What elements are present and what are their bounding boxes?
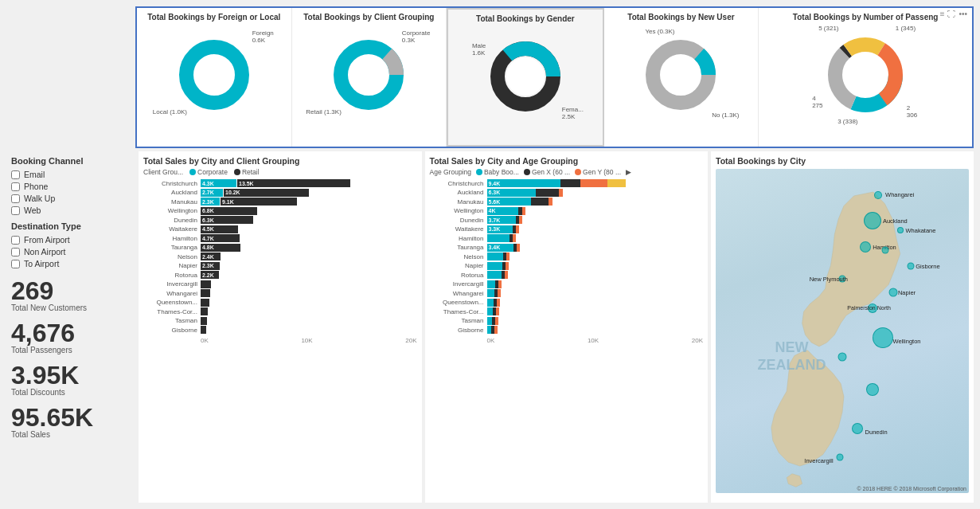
map-dot-napier: [888, 288, 897, 296]
legend-label-client: Client Grou...: [143, 168, 183, 176]
panel-more-icon[interactable]: •••: [959, 10, 967, 18]
label-foreign: Foreign0.6K: [252, 29, 274, 44]
table-row: Thames-Cor...: [143, 307, 417, 315]
label-3pax: 3 (338): [837, 118, 857, 125]
map-dot-dunedin: [852, 423, 863, 434]
email-label: Email: [24, 170, 45, 179]
stat-label-customers: Total New Customers: [11, 303, 131, 312]
stat-discounts: 3.95K Total Discounts: [11, 362, 131, 397]
web-checkbox[interactable]: [11, 206, 20, 215]
stat-new-customers: 269 Total New Customers: [11, 278, 131, 312]
to-airport-label: To Airport: [24, 259, 59, 268]
donut-title-3: Total Bookings by Gender: [476, 14, 575, 23]
booking-channel-title: Booking Channel: [11, 156, 131, 166]
map-bing-credit: © 2018 HERE © 2018 Microsoft Corporation: [857, 486, 966, 491]
city-client-chart-body: Christchurch4.3K13.5KAuckland2.7K10.2KMa…: [143, 179, 417, 335]
table-row: Wellington4K: [430, 207, 704, 215]
checkbox-phone[interactable]: Phone: [11, 182, 131, 191]
stat-passengers: 4,676 Total Passengers: [11, 320, 131, 354]
email-checkbox[interactable]: [11, 170, 20, 179]
legend-geny: Gen Y (80 ...: [575, 168, 621, 176]
destination-type-title: Destination Type: [11, 221, 131, 231]
checkbox-walkup[interactable]: Walk Up: [11, 194, 131, 203]
map-dot-rotorua: [882, 246, 889, 253]
checkbox-from-airport[interactable]: From Airport: [11, 235, 131, 245]
map-title: Total Bookings by City: [716, 156, 969, 166]
donut-chart-5: [822, 31, 909, 119]
non-airport-checkbox[interactable]: [11, 248, 20, 256]
table-row: Auckland2.7K10.2K: [143, 189, 417, 197]
table-row: Thames-Cor...: [430, 307, 704, 315]
map-dot-nelson: [838, 353, 847, 362]
table-row: Invercargill: [143, 280, 417, 288]
label-5pax: 5 (321): [818, 25, 838, 32]
map-city-gisborne: Gisborne: [916, 263, 939, 270]
table-row: Tauranga3.4K: [430, 244, 704, 252]
checkbox-email[interactable]: Email: [11, 170, 131, 179]
label-4pax: 4275: [812, 95, 822, 109]
donut-chart-3: [486, 37, 565, 116]
table-row: Tauranga4.8K: [143, 244, 417, 252]
label-no: No (1.3K): [712, 112, 739, 119]
walkup-label: Walk Up: [24, 194, 55, 203]
table-row: Nelson2.4K: [143, 253, 417, 260]
table-row: Queenstown...: [430, 299, 704, 307]
svg-point-17: [844, 53, 887, 96]
donut-passengers: Total Bookings by Number of Passeng 5 (3…: [759, 8, 972, 147]
legend-genx: Gen X (60 ...: [524, 168, 570, 176]
from-airport-label: From Airport: [24, 235, 70, 245]
label-male: Male1.6K: [472, 42, 486, 57]
checkbox-to-airport[interactable]: To Airport: [11, 259, 131, 268]
from-airport-checkbox[interactable]: [11, 236, 20, 245]
city-client-chart-panel: Total Sales by City and Client Grouping …: [139, 151, 422, 503]
panel-expand-icon[interactable]: ⛶: [947, 10, 955, 18]
table-row: Whangarei: [430, 289, 704, 297]
stat-number-customers: 269: [11, 278, 131, 303]
donut-chart-2: [329, 35, 408, 115]
table-row: Rotorua2.2K: [143, 271, 417, 279]
map-container: NEWZEALAND Whangarei Auckland Whakatane …: [716, 169, 969, 493]
label-yes: Yes (0.3K): [645, 28, 674, 35]
map-city-wellington: Wellington: [893, 338, 921, 345]
legend-corporate: Corporate: [189, 168, 228, 176]
city-age-chart-panel: Total Sales by City and Age Grouping Age…: [425, 151, 709, 503]
table-row: Dunedin6.3K: [143, 216, 417, 224]
age-chart-more[interactable]: ▶: [626, 168, 631, 176]
table-row: Queenstown...: [143, 299, 417, 307]
table-row: Gisborne: [143, 326, 417, 334]
legend-baby: Baby Boo...: [476, 168, 519, 176]
phone-checkbox[interactable]: [11, 182, 20, 191]
web-label: Web: [24, 206, 41, 215]
legend-retail: Retail: [234, 168, 260, 176]
table-row: Napier2.3K: [143, 262, 417, 270]
to-airport-checkbox[interactable]: [11, 260, 20, 268]
panel-menu-icon[interactable]: ≡: [940, 10, 945, 18]
walkup-checkbox[interactable]: [11, 194, 20, 203]
table-row: Tasman: [430, 317, 704, 325]
map-city-new-plymouth: New Plymouth: [810, 276, 848, 283]
non-airport-label: Non Airport: [24, 247, 66, 256]
label-corporate: Corporate0.3K: [402, 29, 431, 44]
table-row: Waitakere3.3K: [430, 225, 704, 233]
map-city-dunedin: Dunedin: [865, 429, 888, 436]
svg-point-2: [195, 56, 233, 94]
checkbox-non-airport[interactable]: Non Airport: [11, 247, 131, 256]
stat-sales: 95.65K Total Sales: [11, 405, 131, 439]
donut-title-4: Total Bookings by New User: [627, 13, 734, 22]
svg-point-11: [662, 56, 700, 94]
stat-number-passengers: 4,676: [11, 320, 131, 346]
table-row: Christchurch9.4K: [430, 179, 704, 187]
donut-chart-4: [641, 35, 720, 115]
donut-title-1: Total Bookings by Foreign or Local: [147, 13, 280, 22]
table-row: Wellington6.8K: [143, 207, 417, 215]
checkbox-web[interactable]: Web: [11, 206, 131, 215]
table-row: Dunedin3.7K: [430, 216, 704, 224]
table-row: Whangarei: [143, 289, 417, 297]
map-panel: Total Bookings by City NEWZEALAND Whan: [711, 151, 974, 503]
stat-number-discounts: 3.95K: [11, 362, 131, 388]
map-city-whakatane: Whakatane: [906, 227, 936, 234]
map-dot-auckland: [864, 212, 881, 229]
donut-title-2: Total Bookings by Client Grouping: [303, 13, 434, 22]
city-age-chart-body: Christchurch9.4KAuckland6.3KManukau5.6KW…: [430, 179, 704, 335]
stat-label-passengers: Total Passengers: [11, 346, 131, 354]
